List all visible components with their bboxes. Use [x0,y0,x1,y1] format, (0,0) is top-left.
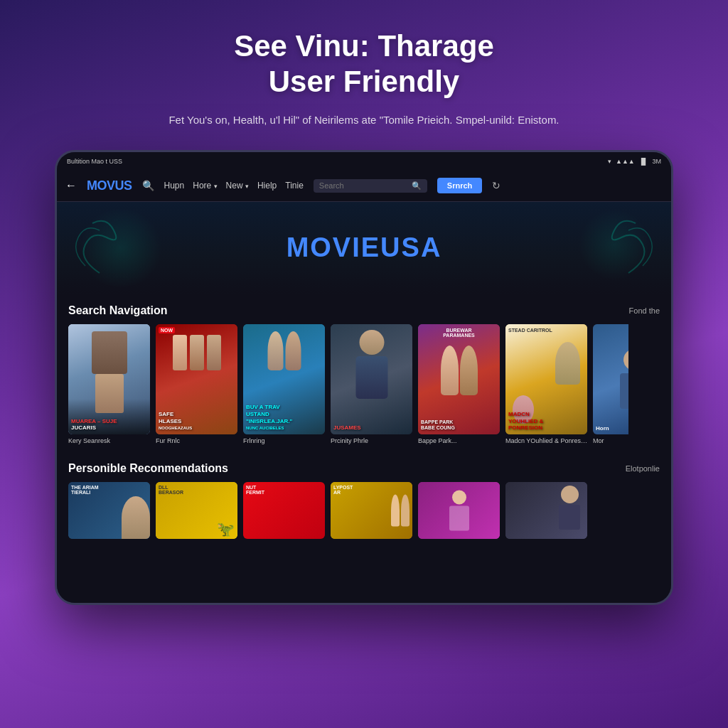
hero-section: See Vinu: TharageUser Friendly Fet You's… [112,0,616,150]
movie-title-1: Kery Seanresk [68,437,150,446]
rec-poster-5 [418,482,500,539]
status-bar: Bultition Mao t USS ▾ ▲▲▲ ▐▌ 3M [57,152,671,171]
movie-card[interactable]: BUREWARPARAMANES BAPPE PARKBABE COUNG Ba… [418,324,500,446]
wifi-icon: ▾ [608,158,611,165]
search-input[interactable] [319,181,407,190]
section-header-rec: Personible Reconmendations Elotponlie [68,462,660,475]
main-content: MOVIEUSA Search Navigation Fond the [57,202,671,603]
hero-subtitle: Fet You's on, Health, u'l Hil" of Neiril… [168,112,559,129]
signal-icon: ▲▲▲ [616,158,635,165]
rec-row: THE ARIAMTIERALI DLLBERASOR 🦖 [68,482,660,539]
volume-button[interactable] [673,280,673,309]
nav-more-link[interactable]: Hore ▾ [193,181,217,191]
movie-card[interactable]: BUV A TRAVUSTAND"INISRLEA.JAR."NUNC AUCI… [243,324,325,446]
movie-title-5: Bappe Park... [418,437,500,446]
switch-button[interactable]: Srnrch [437,178,482,193]
movie-card[interactable]: NOW SAFEHLASESNOOGHEAZAUS Fur Rnlc [156,324,237,446]
rec-title: Personible Reconmendations [68,462,228,475]
rec-link[interactable]: Elotponlie [626,464,660,473]
movie-title-4: Prcinity Phrle [331,437,412,446]
movie-usa-logo: MOVIEUSA [287,232,442,263]
status-left: Bultition Mao t USS [67,158,122,165]
nav-links: Hupn Hore ▾ New ▾ Hielp Tinie [164,181,304,191]
nav-logo-part1: MOV [87,178,115,193]
status-right: ▾ ▲▲▲ ▐▌ 3M [608,158,661,165]
nav-search-icon[interactable]: 🔍 [142,180,154,191]
movie-title-3: Frlnring [243,437,325,446]
movie-card[interactable]: MUAREA – SUJEJUCARIS Kery Seanresk [68,324,150,446]
movie-poster-1: MUAREA – SUJEJUCARIS [68,324,150,434]
hero-title: See Vinu: TharageUser Friendly [168,28,559,100]
movie-poster-4: JUSAMES [331,324,412,434]
search-nav-link[interactable]: Fond the [629,306,660,315]
nav-home-link[interactable]: Hupn [164,181,185,191]
nav-title-link[interactable]: Tinie [285,181,304,191]
nav-logo: MOVUS [87,178,132,193]
movie-poster-7: Horn [593,324,628,434]
back-button[interactable]: ← [65,179,77,192]
refresh-icon[interactable]: ↻ [492,180,500,191]
movie-title-7: Mor [593,437,628,446]
movie-title-6: Madcn YOuhlied & Ponresion [505,437,587,446]
section-header-search: Search Navigation Fond the [68,304,660,317]
movie-row: MUAREA – SUJEJUCARIS Kery Seanresk NOW [68,324,660,446]
power-button[interactable] [673,237,673,266]
rec-poster-6 [505,482,587,539]
rec-card[interactable] [505,482,587,539]
movie-poster-6: STEAD CARITROL MADCNYOUHLIED &PONRESION [505,324,587,434]
swirl-left-decoration [64,209,135,280]
movie-poster-3: BUV A TRAVUSTAND"INISRLEA.JAR."NUNC AUCI… [243,324,325,434]
rec-poster-2: DLLBERASOR 🦖 [156,482,237,539]
nav-new-link[interactable]: New ▾ [226,181,249,191]
swirl-right-decoration [593,209,664,280]
logo-usa: USA [380,232,441,262]
movie-poster-2: NOW SAFEHLASESNOOGHEAZAUS [156,324,237,434]
rec-poster-3: NUTFERMIT [243,482,325,539]
rec-card[interactable]: THE ARIAMTIERALI [68,482,150,539]
nav-help-link[interactable]: Hielp [257,181,277,191]
volume-down-button[interactable] [55,252,55,273]
navbar: ← MOVUS 🔍 Hupn Hore ▾ New ▾ Hielp Tinie … [57,171,671,202]
movie-card[interactable]: JUSAMES Prcinity Phrle [331,324,412,446]
rec-poster-4: LYPOSTAR [331,482,412,539]
movie-title-2: Fur Rnlc [156,437,237,446]
now-badge: NOW [159,327,175,333]
rec-card[interactable]: LYPOSTAR [331,482,412,539]
movie-poster-5: BUREWARPARAMANES BAPPE PARKBABE COUNG [418,324,500,434]
search-nav-title: Search Navigation [68,304,168,317]
search-bar-icon: 🔍 [412,181,422,191]
rec-card[interactable]: NUTFERMIT [243,482,325,539]
nav-logo-part2: US [115,178,132,193]
volume-up-button[interactable] [55,223,55,245]
search-bar[interactable]: 🔍 [314,179,427,193]
tablet-frame: Bultition Mao t USS ▾ ▲▲▲ ▐▌ 3M ← MOVUS … [55,150,673,605]
movie-card[interactable]: Horn Mor [593,324,628,446]
movie-card[interactable]: STEAD CARITROL MADCNYOUHLIED &PONRESION … [505,324,587,446]
battery-icon: ▐▌ [639,158,648,165]
rec-poster-1: THE ARIAMTIERALI [68,482,150,539]
search-nav-section: Search Navigation Fond the MUA [57,294,671,453]
recommendations-section: Personible Reconmendations Elotponlie TH… [57,452,671,546]
rec-card[interactable]: DLLBERASOR 🦖 [156,482,237,539]
time-display: 3M [652,158,661,165]
logo-movie: MOVIE [287,232,380,262]
rec-card[interactable] [418,482,500,539]
hero-banner: MOVIEUSA [57,202,671,294]
